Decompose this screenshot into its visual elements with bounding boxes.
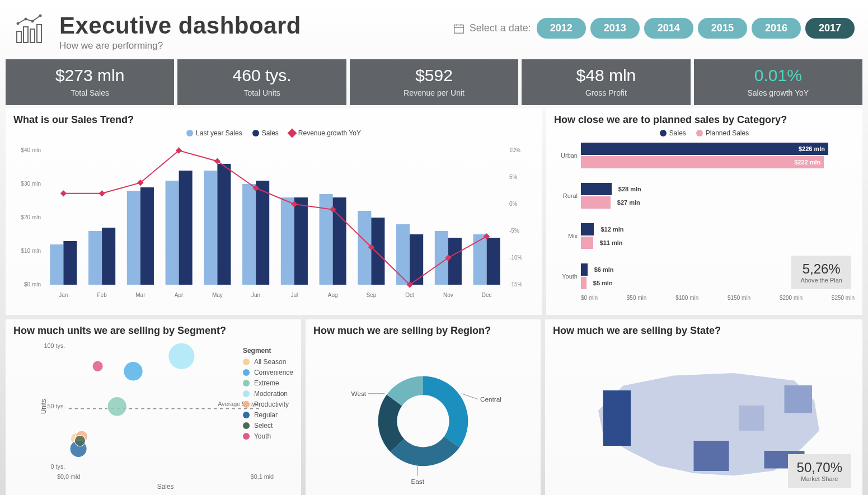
year-button-2014[interactable]: 2014 <box>644 18 693 39</box>
svg-text:Units: Units <box>40 399 48 414</box>
svg-rect-27 <box>102 228 115 285</box>
above-plan-callout: 5,26% Above the Plan <box>791 256 851 289</box>
region-panel: How much we are selling by Region? Centr… <box>306 319 541 495</box>
svg-text:Sep: Sep <box>366 292 376 298</box>
svg-point-83 <box>168 343 195 370</box>
svg-text:-10%: -10% <box>509 254 522 261</box>
year-button-2013[interactable]: 2013 <box>590 18 640 39</box>
svg-rect-24 <box>63 241 77 285</box>
svg-point-87 <box>92 361 103 371</box>
segment-legend-item[interactable]: Extreme <box>243 379 293 387</box>
year-button-2016[interactable]: 2016 <box>752 18 801 39</box>
svg-text:Aug: Aug <box>328 292 338 298</box>
svg-point-6 <box>31 20 34 23</box>
planned-sales-title: How close we are to planned sales by Cat… <box>554 114 855 126</box>
svg-rect-38 <box>242 184 256 285</box>
year-button-2015[interactable]: 2015 <box>698 18 747 39</box>
svg-rect-95 <box>694 441 729 471</box>
kpi-card: $273 mlnTotal Sales <box>6 59 174 105</box>
segment-legend-item[interactable]: Convenience <box>243 369 293 376</box>
above-plan-label: Above the Plan <box>800 277 842 284</box>
svg-line-88 <box>462 394 478 399</box>
legend-planned-sales: Sales <box>669 129 686 137</box>
svg-rect-57 <box>487 238 500 285</box>
svg-rect-2 <box>30 29 35 43</box>
segment-legend-item[interactable]: Moderation <box>243 390 293 398</box>
svg-rect-50 <box>396 224 410 285</box>
region-donut-chart[interactable]: CentralEastWest <box>313 340 533 491</box>
segment-legend-item[interactable]: All Season <box>243 358 293 366</box>
kpi-label: Revenue per Unit <box>352 88 516 97</box>
svg-text:0%: 0% <box>509 201 518 207</box>
kpi-value: $273 mln <box>8 66 172 85</box>
planned-sales-panel: How close we are to planned sales by Cat… <box>546 109 862 315</box>
segment-legend: Segment All SeasonConvenienceExtremeMode… <box>243 344 293 443</box>
svg-text:Apr: Apr <box>175 292 184 298</box>
svg-rect-98 <box>739 406 764 431</box>
kpi-label: Gross Profit <box>524 88 688 97</box>
legend-plan: Planned Sales <box>706 129 749 137</box>
svg-text:$40 mln: $40 mln <box>21 147 41 153</box>
svg-text:$0,1 mld: $0,1 mld <box>251 473 274 480</box>
market-share-label: Market Share <box>797 475 842 482</box>
svg-point-5 <box>25 18 27 21</box>
svg-text:100 tys.: 100 tys. <box>44 342 65 349</box>
svg-text:-15%: -15% <box>509 281 522 287</box>
market-share-value: 50,70% <box>797 460 842 475</box>
segment-legend-item[interactable]: Regular <box>243 411 293 419</box>
svg-text:Dec: Dec <box>482 292 492 298</box>
svg-text:East: East <box>411 478 424 485</box>
svg-rect-32 <box>166 181 179 285</box>
svg-rect-60 <box>98 190 105 196</box>
kpi-card: 0.01%Sales growth YoY <box>694 59 862 105</box>
date-picker-label: Select a date: <box>470 22 531 34</box>
year-button-2012[interactable]: 2012 <box>537 18 586 39</box>
svg-rect-36 <box>217 164 231 285</box>
svg-text:0 tys.: 0 tys. <box>51 463 65 470</box>
year-button-2017[interactable]: 2017 <box>805 18 855 39</box>
svg-rect-3 <box>37 25 41 43</box>
svg-rect-33 <box>179 171 193 285</box>
svg-rect-30 <box>140 187 154 285</box>
svg-text:West: West <box>351 390 367 397</box>
page-subtitle: How we are performing? <box>59 40 301 51</box>
svg-text:5%: 5% <box>509 174 518 180</box>
kpi-value: 0.01% <box>696 66 860 85</box>
svg-rect-29 <box>127 191 140 285</box>
legend-revenue-growth: Revenue growth YoY <box>298 129 361 137</box>
page-title: Executive dashboard <box>59 12 301 39</box>
kpi-card: 460 tys.Total Units <box>177 59 346 105</box>
svg-text:Jan: Jan <box>59 292 68 298</box>
svg-point-7 <box>39 15 42 17</box>
sales-trend-title: What is our Sales Trend? <box>13 114 534 126</box>
date-picker: Select a date: 201220132014201520162017 <box>453 12 855 39</box>
svg-text:$10 mln: $10 mln <box>21 248 41 254</box>
kpi-card: $592Revenue per Unit <box>350 59 518 105</box>
kpi-card: $48 mlnGross Profit <box>522 59 690 105</box>
svg-rect-8 <box>454 25 463 33</box>
kpi-row: $273 mlnTotal Sales460 tys.Total Units$5… <box>0 56 868 109</box>
svg-rect-41 <box>281 197 294 285</box>
segment-legend-item[interactable]: Productivity <box>243 400 293 408</box>
planned-legend: Sales Planned Sales <box>554 129 855 137</box>
segment-title: How much units we are selling by Segment… <box>13 325 293 337</box>
svg-text:Central: Central <box>480 395 501 403</box>
svg-rect-26 <box>88 231 102 285</box>
svg-rect-48 <box>371 218 384 285</box>
header: Executive dashboard How we are performin… <box>0 0 868 56</box>
svg-point-86 <box>74 435 85 446</box>
svg-text:50 tys.: 50 tys. <box>48 403 65 409</box>
svg-text:Feb: Feb <box>97 292 107 298</box>
svg-text:-5%: -5% <box>509 228 519 234</box>
svg-text:$30 mln: $30 mln <box>21 181 41 187</box>
svg-point-4 <box>17 22 20 25</box>
segment-legend-item[interactable]: Select <box>243 422 293 430</box>
sales-trend-chart[interactable]: $0 mln$10 mln$20 mln$30 mln$40 mln-15%-1… <box>13 139 534 307</box>
segment-legend-item[interactable]: Youth <box>243 432 293 440</box>
svg-rect-54 <box>448 238 462 285</box>
kpi-value: $592 <box>352 66 516 85</box>
kpi-value: 460 tys. <box>180 66 344 85</box>
svg-rect-1 <box>24 27 28 43</box>
svg-point-82 <box>107 397 127 417</box>
svg-text:Jul: Jul <box>290 292 298 298</box>
